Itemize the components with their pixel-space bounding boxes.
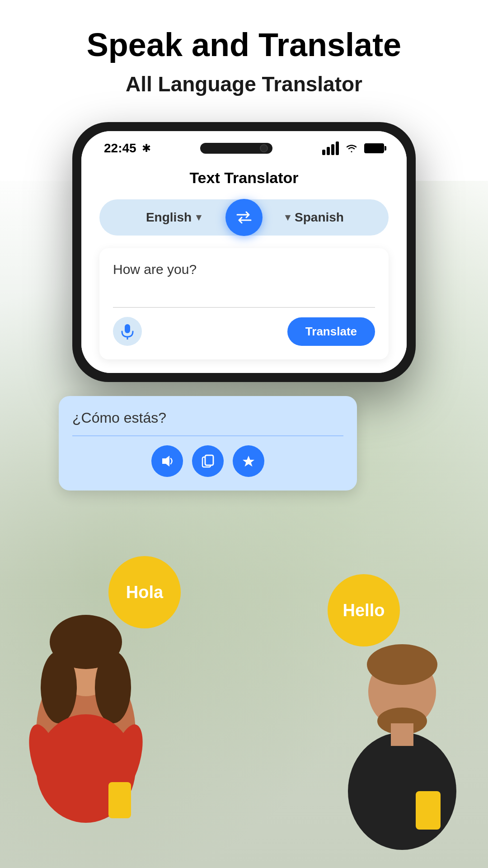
bluetooth-icon: ✱ [142,142,151,155]
speaker-button[interactable] [151,445,183,477]
target-language-label: Spanish [295,210,344,225]
target-language-btn[interactable]: ▾ Spanish [244,210,385,225]
woman-silhouette [0,606,172,868]
source-language-chevron: ▾ [196,212,201,223]
copy-button[interactable] [192,445,224,477]
battery-icon [364,143,384,153]
svg-rect-20 [391,723,413,746]
mic-button[interactable] [113,317,142,346]
input-text-display[interactable]: How are you? [113,262,375,298]
speech-bubble-hello: Hello [328,574,400,646]
target-language-chevron: ▾ [285,212,290,223]
app-title: Text Translator [99,169,389,187]
app-content: Text Translator English ▾ ▾ [81,160,407,373]
hello-text: Hello [343,601,385,620]
svg-rect-21 [416,791,441,830]
svg-marker-2 [162,456,169,467]
status-time: 22:45 [104,141,136,156]
swap-icon [235,211,253,224]
input-actions: Translate [113,317,375,346]
swap-button[interactable] [225,199,263,236]
svg-point-11 [95,651,131,723]
source-language-btn[interactable]: English ▾ [103,210,244,225]
person-right [316,633,488,868]
result-actions [72,445,343,477]
signal-icon [322,142,339,155]
main-title: Speak and Translate [0,27,488,63]
svg-rect-0 [125,324,130,333]
source-language-label: English [146,210,192,225]
svg-point-17 [367,644,437,685]
status-icons [322,142,384,155]
front-camera [260,144,268,152]
favorite-button[interactable] [233,445,264,477]
speaker-icon [160,455,174,467]
svg-rect-4 [205,455,213,465]
speech-bubble-hola: Hola [108,556,181,628]
wifi-icon [344,143,359,154]
mic-icon [120,323,135,340]
translate-button[interactable]: Translate [287,317,375,346]
copy-icon [202,454,214,468]
language-selector: English ▾ ▾ Spanish [99,199,389,236]
input-divider [113,307,375,308]
man-silhouette [316,633,488,868]
svg-point-19 [348,732,456,850]
translated-text: ¿Cómo estás? [72,410,343,426]
top-notch-pill [200,143,272,154]
svg-rect-15 [108,782,131,818]
star-icon [242,455,255,467]
text-input-area: How are you? Translate [99,248,389,359]
result-divider [72,435,343,436]
svg-marker-6 [243,456,254,467]
sub-title: All Language Translator [0,72,488,97]
status-bar: 22:45 ✱ [81,131,407,160]
people-section [0,597,488,868]
phone-mockup: 22:45 ✱ [72,122,416,382]
person-left [0,606,172,868]
svg-point-10 [41,651,77,723]
hola-text: Hola [126,583,163,602]
translation-result-card: ¿Cómo estás? [59,396,357,491]
